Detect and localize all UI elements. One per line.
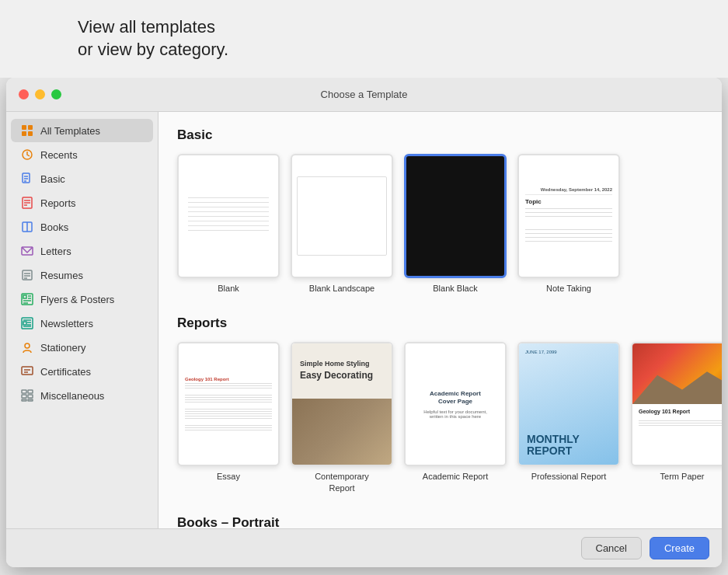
template-thumb-essay: Geology 101 Report <box>177 342 280 466</box>
term-paper-image <box>632 343 722 404</box>
callout-tooltip: View all templates or view by category. <box>0 0 728 78</box>
envelope-icon <box>20 244 34 258</box>
academic-sub: Helpful text for your document,written i… <box>423 409 487 419</box>
sidebar-item-stationery[interactable]: Stationery <box>11 336 153 359</box>
basic-templates-grid: Blank Blank Landscape Blank Black <box>177 154 703 294</box>
term-paper-content: Geology 101 Report <box>632 343 722 465</box>
window-controls <box>19 89 61 99</box>
doc-icon <box>20 172 34 186</box>
svg-rect-40 <box>22 399 26 401</box>
flyer-icon <box>20 292 34 306</box>
essay-content: Geology 101 Report <box>179 372 278 437</box>
footer: Cancel Create <box>6 528 722 567</box>
sidebar: All Templates Recents <box>6 112 158 528</box>
template-thumb-term-paper: Geology 101 Report <box>631 342 722 466</box>
sidebar-label-certificates: Certificates <box>40 366 91 378</box>
template-thumb-blank-landscape <box>291 154 393 278</box>
svg-rect-36 <box>22 390 26 393</box>
sidebar-item-flyers-posters[interactable]: Flyers & Posters <box>11 288 153 311</box>
reports-section-title: Reports <box>177 315 703 331</box>
svg-rect-1 <box>28 125 33 130</box>
svg-rect-21 <box>23 295 26 298</box>
template-label-note-taking: Note Taking <box>546 283 591 294</box>
cancel-button[interactable]: Cancel <box>581 537 642 559</box>
report-icon <box>20 196 34 210</box>
sidebar-label-flyers: Flyers & Posters <box>40 294 114 305</box>
template-contemporary-report[interactable]: Simple Home StylingEasy Decorating Conte… <box>291 342 393 493</box>
professional-content: JUNE 17, 2099 MONTHLYREPORT <box>519 343 618 465</box>
sidebar-label-stationery: Stationery <box>40 342 86 354</box>
sidebar-item-recents[interactable]: Recents <box>11 143 153 166</box>
svg-rect-0 <box>22 125 26 130</box>
template-term-paper[interactable]: Geology 101 Report Term Paper <box>631 342 722 493</box>
title-bar: Choose a Template <box>6 78 722 112</box>
template-label-term-paper: Term Paper <box>660 471 705 482</box>
professional-title: MONTHLYREPORT <box>527 434 580 458</box>
template-academic-report[interactable]: Academic ReportCover Page Helpful text f… <box>404 342 507 493</box>
person-icon <box>20 268 34 282</box>
term-paper-mountain <box>632 368 722 405</box>
note-taking-content: Wednesday, September 14, 2022 Topic <box>519 181 618 251</box>
close-button[interactable] <box>19 89 29 99</box>
sidebar-label-reports: Reports <box>40 197 76 209</box>
sidebar-item-certificates[interactable]: Certificates <box>11 360 153 383</box>
contemporary-image <box>292 399 392 465</box>
sidebar-label-all-templates: All Templates <box>40 125 100 137</box>
misc-icon <box>20 389 34 402</box>
landscape-page <box>297 176 386 255</box>
template-label-contemporary: ContemporaryReport <box>315 471 369 493</box>
academic-title: Academic ReportCover Page <box>430 390 481 406</box>
main-content: Basic Blank <box>158 112 722 528</box>
svg-rect-38 <box>22 395 26 398</box>
landscape-content <box>292 155 392 277</box>
template-essay[interactable]: Geology 101 Report <box>177 342 280 493</box>
reports-templates-grid: Geology 101 Report <box>177 342 703 493</box>
main-window: Choose a Template All Templates <box>6 78 722 567</box>
sidebar-item-basic[interactable]: Basic <box>11 167 153 190</box>
svg-rect-3 <box>28 131 33 136</box>
template-thumb-contemporary: Simple Home StylingEasy Decorating <box>291 342 393 466</box>
callout-text: View all templates or view by category. <box>78 16 228 61</box>
template-label-blank-black: Blank Black <box>433 283 477 294</box>
term-paper-text: Geology 101 Report <box>632 404 722 419</box>
blank-template-content <box>179 185 278 247</box>
academic-content: Academic ReportCover Page Helpful text f… <box>406 343 505 465</box>
content-area: All Templates Recents <box>6 112 722 528</box>
maximize-button[interactable] <box>51 89 61 99</box>
professional-date: JUNE 17, 2099 <box>525 350 557 354</box>
book-icon <box>20 220 34 234</box>
basic-section-title: Basic <box>177 127 703 143</box>
sidebar-label-recents: Recents <box>40 149 78 161</box>
template-thumb-academic: Academic ReportCover Page Helpful text f… <box>404 342 507 466</box>
minimize-button[interactable] <box>35 89 45 99</box>
sidebar-item-resumes[interactable]: Resumes <box>11 263 153 287</box>
sidebar-item-miscellaneous[interactable]: Miscellaneous <box>11 384 153 407</box>
contemporary-content: Simple Home StylingEasy Decorating <box>292 343 392 465</box>
window-title: Choose a Template <box>321 89 408 100</box>
template-blank-black[interactable]: Blank Black <box>404 154 507 294</box>
clock-icon <box>20 148 34 162</box>
sidebar-item-books[interactable]: Books <box>11 215 153 239</box>
sidebar-item-all-templates[interactable]: All Templates <box>11 119 153 142</box>
svg-rect-33 <box>22 367 33 375</box>
sidebar-label-resumes: Resumes <box>40 270 83 281</box>
template-blank-landscape[interactable]: Blank Landscape <box>291 154 393 294</box>
template-label-essay: Essay <box>217 471 240 482</box>
template-thumb-blank <box>177 154 280 278</box>
sidebar-label-miscellaneous: Miscellaneous <box>40 390 104 402</box>
svg-rect-39 <box>28 395 33 398</box>
svg-rect-41 <box>28 399 33 401</box>
template-label-blank-landscape: Blank Landscape <box>309 283 374 294</box>
template-professional-report[interactable]: JUNE 17, 2099 MONTHLYREPORT Professional… <box>517 342 620 493</box>
sidebar-item-reports[interactable]: Reports <box>11 191 153 214</box>
svg-rect-28 <box>23 322 26 325</box>
template-label-professional: Professional Report <box>531 471 607 482</box>
template-blank[interactable]: Blank <box>177 154 280 294</box>
sidebar-item-newsletters[interactable]: Newsletters <box>11 312 153 335</box>
svg-rect-2 <box>22 131 26 136</box>
sidebar-item-letters[interactable]: Letters <box>11 239 153 263</box>
create-button[interactable]: Create <box>650 537 709 559</box>
sidebar-label-letters: Letters <box>40 246 71 257</box>
template-thumb-professional: JUNE 17, 2099 MONTHLYREPORT <box>517 342 620 466</box>
template-note-taking[interactable]: Wednesday, September 14, 2022 Topic <box>517 154 620 294</box>
